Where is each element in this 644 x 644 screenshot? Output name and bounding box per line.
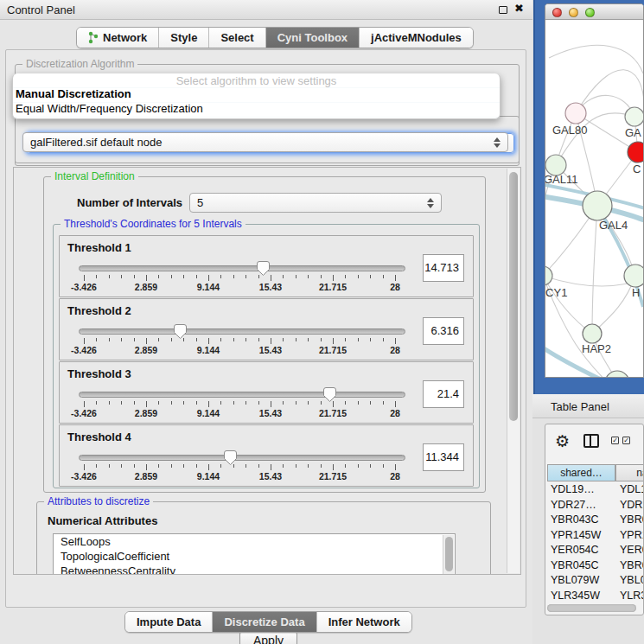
network-canvas[interactable]: GAL80GACGAL11GAL4GCY1HHAP2 xyxy=(545,20,643,378)
scale-label: 2.859 xyxy=(135,345,157,355)
tab-label: Style xyxy=(170,31,197,44)
network-node[interactable] xyxy=(583,191,612,220)
tab-cyni-toolbox[interactable]: Cyni Toolbox xyxy=(266,28,360,48)
selected-table: galFiltered.sif default node xyxy=(30,136,162,149)
settings-scroll-pane: Interval Definition Number of Intervals … xyxy=(13,167,521,575)
threshold-value-field[interactable]: 11.344 xyxy=(423,443,464,471)
slider-thumb[interactable] xyxy=(256,260,271,277)
network-node[interactable] xyxy=(583,324,602,343)
threshold-value-field[interactable]: 14.713 xyxy=(423,254,464,282)
intervals-value: 5 xyxy=(197,196,203,209)
threshold-slider[interactable]: -3.4262.8599.14415.4321.71528 xyxy=(79,260,418,295)
cell-name: YBR0 xyxy=(620,559,643,571)
column-header-shared-name[interactable]: shared… xyxy=(547,464,615,481)
scale-label: 28 xyxy=(390,471,400,481)
scale-label: 9.144 xyxy=(197,471,220,481)
network-node[interactable] xyxy=(605,371,629,378)
node-label: GAL11 xyxy=(545,173,578,186)
table-data-select[interactable]: galFiltered.sif default node xyxy=(22,132,508,152)
checkbox-icon[interactable]: ✓ xyxy=(611,437,619,444)
table-row[interactable]: YDL19…YDL1 xyxy=(547,483,643,499)
control-panel-titlebar: Control Panel ✖ xyxy=(0,0,532,20)
attribute-list-item[interactable]: SelfLoops xyxy=(54,534,455,549)
table-row[interactable]: YDR27…YDR2 xyxy=(547,499,643,514)
scale-label: 28 xyxy=(390,408,400,418)
numerical-attributes-list[interactable]: SelfLoopsTopologicalCoefficientBetweenne… xyxy=(53,533,456,575)
float-window-icon[interactable] xyxy=(499,6,507,14)
table-data-group: Table Data galFiltered.sif default node xyxy=(15,116,520,166)
attribute-list-item[interactable]: TopologicalCoefficient xyxy=(54,549,455,564)
table-row[interactable]: YBL079WYBL0 xyxy=(547,574,643,590)
tab-select[interactable]: Select xyxy=(209,28,265,48)
checkbox-icon[interactable]: ✓ xyxy=(622,437,630,444)
slider-thumb[interactable] xyxy=(223,450,238,466)
tab-infer-network[interactable]: Infer Network xyxy=(317,612,411,632)
tab-discretize-data[interactable]: Discretize Data xyxy=(213,612,316,632)
attribute-list-item[interactable]: BetweennessCentrality xyxy=(54,564,455,575)
top-tab-bar: NetworkStyleSelectCyni ToolboxjActiveMNo… xyxy=(76,27,474,48)
network-edge xyxy=(576,70,643,113)
cell-shared-name: YDR27… xyxy=(551,499,596,511)
node-label: HAP2 xyxy=(582,342,611,355)
network-node[interactable] xyxy=(628,142,643,163)
number-of-intervals-select[interactable]: 5 xyxy=(189,193,442,213)
tab-label: jActiveMNodules xyxy=(371,31,462,44)
slider-thumb[interactable] xyxy=(322,386,337,403)
scale-label: 2.859 xyxy=(135,282,157,292)
vertical-scrollbar[interactable] xyxy=(507,169,520,573)
scale-label: 15.43 xyxy=(259,471,282,481)
cell-shared-name: YDL19… xyxy=(551,483,595,495)
scale-label: 2.859 xyxy=(135,408,157,418)
close-icon[interactable]: ✖ xyxy=(514,2,524,15)
list-scrollbar[interactable] xyxy=(443,535,454,575)
tab-style[interactable]: Style xyxy=(159,28,209,48)
threshold-label: Threshold 3 xyxy=(67,367,131,380)
cell-name: YLR3 xyxy=(620,590,643,602)
tab-impute-data[interactable]: Impute Data xyxy=(125,612,213,632)
table-row[interactable]: YBR043CYBR0 xyxy=(547,513,643,529)
network-node[interactable] xyxy=(565,103,586,124)
cyni-toolbox-panel: Discretization Algorithm Table Data galF… xyxy=(5,49,526,608)
network-edge xyxy=(592,206,597,334)
network-node[interactable] xyxy=(625,107,643,126)
node-table[interactable]: shared… na YDL19…YDL1YDR27…YDR2YBR043CYB… xyxy=(547,464,643,603)
tab-network[interactable]: Network xyxy=(77,28,159,48)
bottom-tab-bar: Impute DataDiscretize DataInfer Network xyxy=(124,611,412,633)
threshold-value-field[interactable]: 6.316 xyxy=(423,317,464,345)
network-node[interactable] xyxy=(624,265,643,287)
zoom-traffic-light-icon[interactable] xyxy=(585,8,595,17)
threshold-slider[interactable]: -3.4262.8599.14415.4321.71528 xyxy=(79,323,418,358)
threshold-slider[interactable]: -3.4262.8599.14415.4321.71528 xyxy=(79,450,418,484)
columns-icon[interactable] xyxy=(583,434,599,448)
table-row[interactable]: YPR145WYPR1 xyxy=(547,529,643,545)
scale-label: 21.715 xyxy=(319,345,347,355)
algorithm-option[interactable]: Manual Discretization xyxy=(16,87,131,100)
threshold-label: Threshold 1 xyxy=(67,241,131,254)
algorithm-option[interactable]: Equal Width/Frequency Discretization xyxy=(16,102,203,115)
attributes-group: Attributes to discretize Numerical Attri… xyxy=(36,501,491,575)
network-icon xyxy=(88,31,99,44)
network-node[interactable] xyxy=(545,266,552,285)
gear-icon[interactable]: ⚙ xyxy=(555,431,570,451)
table-row[interactable]: YLR345WYLR3 xyxy=(547,590,643,603)
scale-label: -3.426 xyxy=(71,408,97,418)
horizontal-scrollbar[interactable] xyxy=(547,604,636,612)
node-label: GA xyxy=(625,126,641,139)
column-header-name[interactable]: na xyxy=(615,464,643,481)
numerical-attributes-label: Numerical Attributes xyxy=(48,514,157,527)
scale-label: 28 xyxy=(390,282,400,292)
node-label: GCY1 xyxy=(545,286,567,299)
scale-label: 21.715 xyxy=(319,471,347,481)
minimize-traffic-light-icon[interactable] xyxy=(569,8,578,17)
close-traffic-light-icon[interactable] xyxy=(552,8,562,17)
table-row[interactable]: YER054CYER0 xyxy=(547,544,643,559)
scale-label: 9.144 xyxy=(197,345,220,355)
slider-thumb[interactable] xyxy=(173,323,188,340)
tab-jactivemnodules[interactable]: jActiveMNodules xyxy=(360,28,473,48)
threshold-slider[interactable]: -3.4262.8599.14415.4321.71528 xyxy=(79,386,418,421)
scale-label: -3.426 xyxy=(71,471,97,481)
scale-label: 9.144 xyxy=(197,282,220,292)
tab-label: Discretize Data xyxy=(224,615,304,628)
table-row[interactable]: YBR045CYBR0 xyxy=(547,559,643,575)
threshold-value-field[interactable]: 21.4 xyxy=(423,380,464,408)
